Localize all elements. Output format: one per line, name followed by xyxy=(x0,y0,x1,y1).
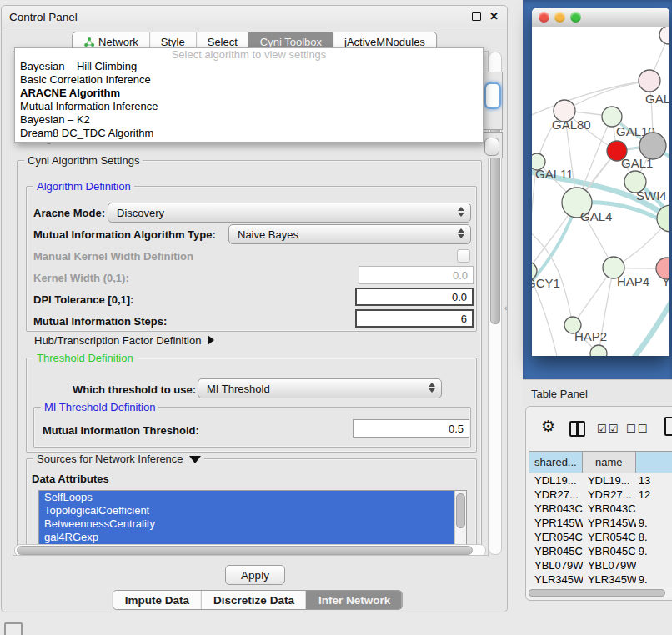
splitter-collapse-icon[interactable]: ‹ xyxy=(504,303,507,312)
gear-icon[interactable]: ⚙ xyxy=(541,418,555,435)
mi-algorithm-type-select[interactable]: Naive Bayes xyxy=(228,224,471,244)
control-panel-titlebar[interactable]: Control Panel ✕ xyxy=(2,6,507,28)
sources-toggle[interactable]: Sources for Network Inference xyxy=(33,452,204,465)
data-attributes-label: Data Attributes xyxy=(32,472,109,485)
columns-icon[interactable] xyxy=(569,421,585,437)
cell-value: 9. xyxy=(636,573,672,586)
node-label: SWI4 xyxy=(636,188,667,202)
network-view-window: GALGAL80GAL10GAL1GAL11SWI4GAL4GCY1HAP4YH… xyxy=(532,8,669,356)
window-zoom-icon[interactable] xyxy=(570,12,581,22)
node-label: GAL80 xyxy=(552,118,591,132)
column-header-clipped[interactable] xyxy=(636,452,672,472)
kernel-width-value: 0.0 xyxy=(453,269,468,282)
algorithm-option[interactable]: Bayesian – K2 xyxy=(15,113,483,127)
new-table-icon[interactable] xyxy=(664,417,672,436)
group-title: MI Threshold Definition xyxy=(41,401,158,413)
scrollbar-thumb[interactable] xyxy=(17,546,473,555)
cell-name: YPR145W xyxy=(583,517,636,529)
network-canvas[interactable]: GALGAL80GAL10GAL1GAL11SWI4GAL4GCY1HAP4YH… xyxy=(532,27,669,356)
table-row[interactable]: YDR27... YDR27... 12 xyxy=(529,488,672,502)
cell-name: YER054C xyxy=(583,531,636,543)
combo-arrows-icon xyxy=(458,207,464,217)
tab-label: Impute Data xyxy=(125,594,189,607)
graph-node[interactable] xyxy=(590,345,607,356)
node-table: shared... name YDL19... YDL19... 13 YDR2… xyxy=(529,451,672,601)
occluded-button[interactable] xyxy=(484,138,499,156)
apply-button[interactable]: Apply xyxy=(225,565,285,585)
which-threshold-select[interactable]: MI Threshold xyxy=(198,378,442,398)
cell-shared-name: YDL19... xyxy=(529,474,583,487)
tab-discretize-data[interactable]: Discretize Data xyxy=(201,591,306,609)
node-label: GAL xyxy=(645,92,669,106)
column-header-shared-name[interactable]: shared... xyxy=(529,452,583,472)
algorithm-option[interactable]: Dream8 DC_TDC Algorithm xyxy=(15,127,483,140)
close-panel-icon[interactable]: ✕ xyxy=(489,11,499,22)
table-row[interactable]: YBR043C YBR043C xyxy=(529,502,672,516)
mi-algorithm-type-label: Mutual Information Algorithm Type: xyxy=(33,228,216,241)
table-body: YDL19... YDL19... 13 YDR27... YDR27... 1… xyxy=(529,473,672,601)
cell-shared-name: YER054C xyxy=(529,531,583,543)
data-attribute-option[interactable]: TopologicalCoefficient xyxy=(39,504,466,518)
collapse-right-icon xyxy=(208,335,214,345)
occluded-focused-button[interactable] xyxy=(484,82,501,109)
hub-definition-toggle[interactable]: Hub/Transcription Factor Definition xyxy=(34,334,214,347)
threshold-definition-group: Threshold Definition Which threshold to … xyxy=(26,358,477,452)
tab-impute-data[interactable]: Impute Data xyxy=(113,591,201,609)
scrollbar-thumb[interactable] xyxy=(456,493,465,528)
deselect-all-checkboxes-icon[interactable]: ☐☐ xyxy=(626,422,649,435)
attributes-scrollbar[interactable] xyxy=(454,491,466,549)
node-label: GCY1 xyxy=(532,276,560,290)
data-attribute-option[interactable]: BetweennessCentrality xyxy=(39,518,466,531)
data-attribute-option[interactable]: gal4RGexp xyxy=(39,531,466,544)
data-attributes-list[interactable]: SelfLoops TopologicalCoefficient Between… xyxy=(38,490,467,550)
tab-infer-network[interactable]: Infer Network xyxy=(306,591,402,609)
data-attribute-option[interactable]: SelfLoops xyxy=(39,491,466,504)
window-minimize-icon[interactable] xyxy=(554,12,565,22)
tab-label: jActiveMNodules xyxy=(344,36,425,48)
tab-label: Style xyxy=(161,36,185,48)
mi-threshold-field[interactable]: 0.5 xyxy=(353,419,469,438)
table-panel-title: Table Panel xyxy=(531,388,588,400)
minimized-panel-icon[interactable] xyxy=(4,622,23,635)
table-panel-window: ⚙ ☑☑ ☐☐ shared... name YDL19... YDL19...… xyxy=(525,406,672,601)
graph-node[interactable] xyxy=(639,70,660,92)
settings-hscrollbar[interactable] xyxy=(14,544,486,556)
column-header-name[interactable]: name xyxy=(583,452,636,472)
mi-steps-field[interactable]: 6 xyxy=(355,309,474,328)
which-threshold-value: MI Threshold xyxy=(207,382,270,395)
mi-algorithm-type-value: Naive Bayes xyxy=(238,228,298,241)
scrollbar-thumb[interactable] xyxy=(529,589,665,597)
group-title: Algorithm Definition xyxy=(33,180,134,192)
cell-name: YBR043C xyxy=(583,502,636,515)
table-row[interactable]: YER054C YER054C 8. xyxy=(529,530,672,544)
algorithm-option[interactable]: Mutual Information Inference xyxy=(15,100,483,113)
table-row[interactable]: YBR045C YBR045C 9. xyxy=(529,544,672,558)
manual-kernel-width-checkbox[interactable] xyxy=(457,249,470,262)
table-row[interactable]: YLR345W YLR345W 9. xyxy=(529,572,672,587)
cell-name: YDL19... xyxy=(583,474,636,487)
graph-node[interactable] xyxy=(659,27,669,44)
cell-value: 9. xyxy=(636,545,672,558)
algorithm-option[interactable]: Basic Correlation Inference xyxy=(15,73,483,87)
cell-shared-name: YDR27... xyxy=(529,488,583,501)
kernel-width-field[interactable]: 0.0 xyxy=(359,266,474,284)
network-window-titlebar[interactable] xyxy=(532,8,669,28)
table-row[interactable]: YPR145W YPR145W 9. xyxy=(529,516,672,530)
algorithm-option[interactable]: Bayesian – Hill Climbing xyxy=(15,60,483,73)
dpi-tolerance-value: 0.0 xyxy=(452,291,467,303)
window-close-icon[interactable] xyxy=(539,12,549,22)
table-hscrollbar[interactable] xyxy=(526,587,672,598)
table-row[interactable]: YBL079W YBL079W xyxy=(529,558,672,572)
dpi-tolerance-field[interactable]: 0.0 xyxy=(355,288,474,306)
select-all-checkboxes-icon[interactable]: ☑☑ xyxy=(597,422,619,435)
cell-name: YDR27... xyxy=(583,488,636,501)
cell-value: 9. xyxy=(636,517,672,529)
mi-steps-value: 6 xyxy=(461,312,467,325)
float-panel-icon[interactable] xyxy=(472,12,481,21)
sources-group: Sources for Network Inference Data Attri… xyxy=(26,458,477,556)
table-row[interactable]: YDL19... YDL19... 13 xyxy=(529,473,672,488)
combo-arrows-icon xyxy=(458,228,464,238)
aracne-mode-value: Discovery xyxy=(117,207,164,219)
aracne-mode-select[interactable]: Discovery xyxy=(108,202,471,222)
algorithm-option[interactable]: ARACNE Algorithm xyxy=(15,87,483,100)
